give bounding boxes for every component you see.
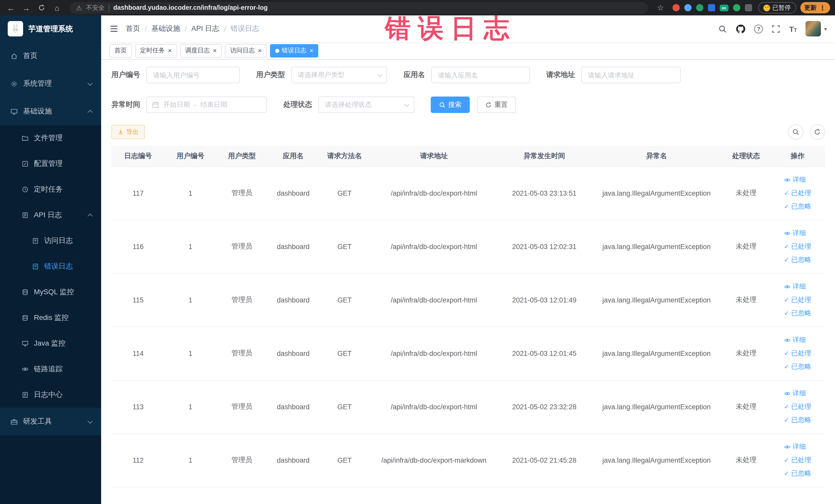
- page-content: 用户编号 用户类型 请选择用户类型 应用名: [101, 60, 835, 504]
- tab-jobs[interactable]: 定时任务 ×: [135, 44, 177, 57]
- mark-ignored-link[interactable]: ✓已忽略: [784, 202, 811, 211]
- font-size-icon[interactable]: TT: [789, 25, 797, 33]
- close-icon[interactable]: ×: [167, 47, 172, 54]
- refresh-button[interactable]: [809, 124, 825, 140]
- user-type-select[interactable]: 请选择用户类型: [291, 67, 387, 83]
- app-name-input[interactable]: [431, 67, 530, 83]
- help-icon[interactable]: ?: [754, 24, 763, 33]
- sidebar-item-jobs[interactable]: 定时任务: [0, 177, 101, 202]
- sidebar-item-mysql[interactable]: MySQL 监控: [0, 279, 101, 305]
- sidebar-item-infra[interactable]: 基础设施: [0, 98, 101, 125]
- github-icon[interactable]: [736, 24, 746, 34]
- url-text[interactable]: dashboard.yudao.iocoder.cn/infra/log/api…: [113, 4, 267, 11]
- sidebar-item-redis[interactable]: Redis 监控: [0, 305, 101, 331]
- cell-exception: java.lang.IllegalArgumentException: [591, 327, 722, 380]
- tab-label: 错误日志: [282, 46, 306, 55]
- sidebar-item-label: 系统管理: [23, 79, 52, 88]
- sidebar-item-log-center[interactable]: 日志中心: [0, 382, 101, 408]
- reset-button[interactable]: 重置: [477, 97, 516, 113]
- app-logo[interactable]: 芋道管理系统: [0, 15, 101, 42]
- extension-icon[interactable]: [745, 4, 752, 11]
- table-row: 115 1 管理员 dashboard GET /api/infra/db-do…: [111, 273, 825, 327]
- address-bar[interactable]: ⚠ 不安全 dashboard.yudao.iocoder.cn/infra/l…: [70, 2, 648, 14]
- detail-link[interactable]: 详细: [784, 335, 806, 345]
- back-icon[interactable]: ←: [5, 2, 16, 13]
- user-menu[interactable]: ▾: [806, 21, 827, 37]
- update-button[interactable]: 更新 ⋮: [800, 2, 830, 13]
- mark-processed-link[interactable]: ✓已处理: [784, 242, 811, 251]
- close-icon[interactable]: ×: [309, 47, 313, 54]
- extension-icon[interactable]: [696, 4, 703, 11]
- fullscreen-icon[interactable]: [772, 24, 780, 33]
- reload-icon[interactable]: [36, 2, 47, 13]
- sidebar-item-home[interactable]: 首页: [0, 42, 101, 70]
- cell-app: dashboard: [267, 273, 319, 327]
- mark-ignored-link[interactable]: ✓已忽略: [784, 309, 811, 318]
- request-url-input[interactable]: [581, 67, 681, 83]
- doc-icon: [22, 391, 29, 399]
- mark-processed-link[interactable]: ✓已处理: [784, 188, 811, 198]
- sidebar-item-label: 首页: [23, 52, 38, 61]
- search-icon[interactable]: [718, 24, 727, 33]
- sidebar-item-api-log[interactable]: API 日志: [0, 202, 101, 228]
- detail-link[interactable]: 详细: [784, 282, 806, 291]
- sidebar-item-files[interactable]: 文件管理: [0, 125, 101, 151]
- mark-processed-link[interactable]: ✓已处理: [784, 295, 811, 304]
- mark-ignored-link[interactable]: ✓已忽略: [784, 469, 811, 478]
- search-button[interactable]: 搜索: [431, 97, 470, 113]
- extension-icon[interactable]: [672, 4, 679, 11]
- export-button[interactable]: 导出: [111, 125, 145, 139]
- extension-icon[interactable]: [708, 4, 715, 11]
- mark-processed-link[interactable]: ✓已处理: [784, 456, 811, 465]
- sidebar-item-tracing[interactable]: 链路追踪: [0, 356, 101, 382]
- eye-icon: [784, 230, 791, 237]
- sidebar-item-access-log[interactable]: 访问日志: [0, 228, 101, 254]
- cell-url: /api/infra/db-doc/export-html: [370, 220, 497, 273]
- mark-processed-link[interactable]: ✓已处理: [784, 349, 811, 358]
- breadcrumb-item[interactable]: 首页: [126, 24, 140, 33]
- cell-actions: 详细 ✓已处理 ✓已忽略: [770, 380, 825, 434]
- paused-badge[interactable]: 已暂停: [758, 2, 796, 13]
- mark-ignored-link[interactable]: ✓已忽略: [784, 362, 811, 371]
- tab-error-log[interactable]: 错误日志 ×: [270, 44, 319, 57]
- process-status-select[interactable]: 请选择处理状态: [318, 97, 414, 113]
- mark-processed-link[interactable]: ✓已处理: [784, 402, 811, 411]
- detail-link[interactable]: 详细: [784, 228, 806, 238]
- check-icon: ✓: [784, 190, 789, 196]
- field-label: 请求地址: [546, 70, 575, 80]
- user-id-input[interactable]: [146, 67, 240, 83]
- detail-link[interactable]: 详细: [784, 442, 806, 451]
- sidebar-item-java[interactable]: Java 监控: [0, 331, 101, 356]
- field-label: 用户编号: [111, 70, 140, 80]
- cell-url: /api/infra/db-doc/export-html: [370, 327, 497, 380]
- search-toggle-button[interactable]: [788, 124, 803, 140]
- close-icon[interactable]: ×: [257, 47, 262, 54]
- sidebar-item-label: 文件管理: [34, 134, 63, 143]
- mark-ignored-link[interactable]: ✓已忽略: [784, 255, 811, 264]
- detail-link[interactable]: 详细: [784, 175, 806, 184]
- breadcrumb-item[interactable]: 基础设施: [151, 24, 180, 33]
- date-range-picker[interactable]: 开始日期 - 结束日期: [146, 97, 267, 113]
- cell-status: 未处理: [722, 380, 770, 434]
- tab-access-log[interactable]: 访问日志 ×: [225, 44, 267, 57]
- tab-schedule-log[interactable]: 调度日志 ×: [180, 44, 222, 57]
- forward-icon[interactable]: →: [21, 2, 32, 13]
- sidebar-item-dev-tools[interactable]: 研发工具: [0, 408, 101, 436]
- detail-link[interactable]: 详细: [784, 389, 806, 398]
- sidebar-item-system[interactable]: 系统管理: [0, 70, 101, 98]
- check-icon: ✓: [784, 470, 789, 477]
- extension-icon[interactable]: on: [719, 4, 728, 11]
- hamburger-icon[interactable]: [109, 24, 119, 33]
- sidebar-item-error-log[interactable]: 错误日志: [0, 254, 101, 279]
- extension-icon[interactable]: [684, 4, 691, 11]
- mark-ignored-link[interactable]: ✓已忽略: [784, 416, 811, 425]
- breadcrumb-item[interactable]: API 日志: [191, 24, 220, 33]
- cell-time: 2021-05-02 21:45:28: [497, 434, 591, 487]
- tab-home[interactable]: 首页: [109, 44, 132, 57]
- sidebar-item-config[interactable]: 配置管理: [0, 151, 101, 177]
- bookmark-star-icon[interactable]: ☆: [655, 2, 666, 13]
- extension-icon[interactable]: [733, 4, 740, 11]
- menu-dots-icon: ⋮: [819, 4, 826, 12]
- close-icon[interactable]: ×: [212, 47, 217, 54]
- home-icon[interactable]: ⌂: [51, 2, 63, 13]
